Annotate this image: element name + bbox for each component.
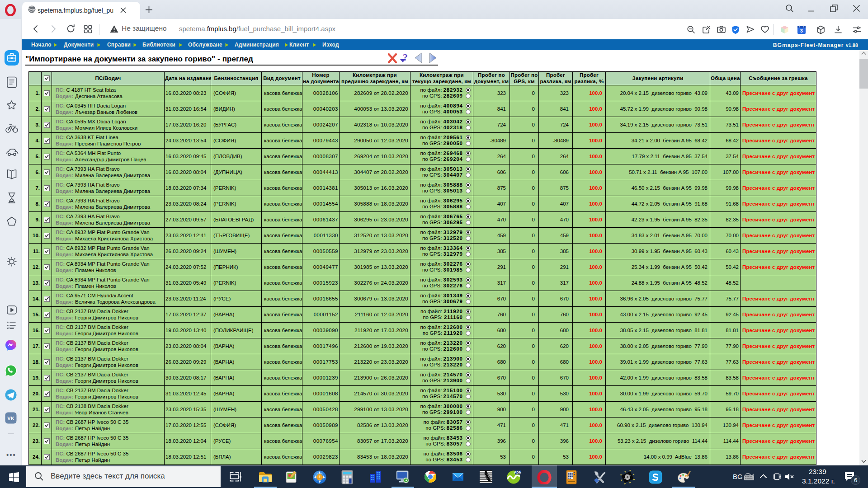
svg-text:VK: VK xyxy=(7,416,14,421)
svg-text:ADM: ADM xyxy=(514,470,521,474)
svg-text:3: 3 xyxy=(800,28,803,33)
